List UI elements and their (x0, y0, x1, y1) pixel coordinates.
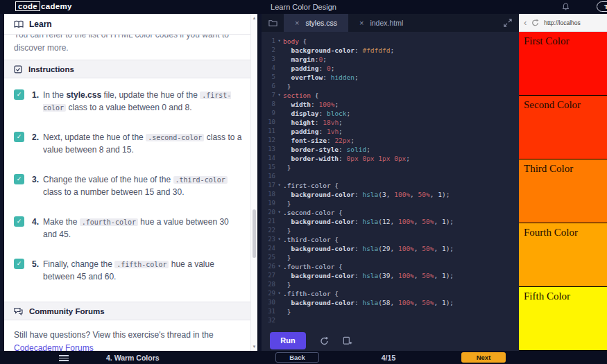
expand-icon[interactable] (504, 19, 512, 27)
fold-gutter (275, 280, 283, 289)
fold-gutter (275, 226, 283, 235)
fold-icon[interactable]: ▾ (275, 37, 283, 46)
run-button[interactable]: Run (270, 332, 306, 349)
file-tree-icon[interactable] (262, 14, 284, 32)
checked-checkbox-icon[interactable]: ✓ (14, 89, 24, 100)
instruction-item: ✓3.Change the value of the hue of the .t… (14, 173, 243, 198)
lesson-title[interactable]: 4. Warm Colors (106, 354, 160, 362)
line-number: 17 (262, 181, 275, 190)
line-number: 5 (262, 73, 275, 82)
fold-gutter (275, 217, 283, 226)
close-icon[interactable]: × (359, 19, 364, 27)
lesson-text-clipped-line: You can refer to the list of HTML color … (14, 35, 248, 42)
copy-icon[interactable] (343, 336, 352, 345)
code-line[interactable]: 8 width: 100%; (262, 100, 519, 109)
scroll-up-icon[interactable]: ▲ (251, 16, 257, 20)
text: Make the (43, 217, 80, 227)
checked-checkbox-icon[interactable]: ✓ (14, 216, 24, 227)
checked-checkbox-icon[interactable]: ✓ (14, 132, 24, 142)
tab-styles-css[interactable]: ×styles.css (284, 14, 348, 32)
instruction-text: In the style.css file, update the hue of… (43, 89, 243, 114)
preview-content: First ColorSecond ColorThird ColorFourth… (519, 32, 607, 351)
code-line[interactable]: 31 } (262, 307, 519, 316)
fold-icon[interactable]: ▾ (275, 262, 283, 271)
code-line[interactable]: 23▾.third-color { (262, 235, 519, 244)
learn-section-header[interactable]: Learn (4, 14, 257, 35)
code-line[interactable]: 24 background-color: hsla(29, 100%, 50%,… (262, 244, 519, 253)
fold-icon[interactable]: ▾ (275, 235, 283, 244)
code-line[interactable]: 3 margin:0; (262, 55, 519, 64)
instructions-header[interactable]: Instructions (4, 60, 257, 78)
code-line[interactable]: 22 } (262, 226, 519, 235)
checkbox-icon (14, 65, 22, 73)
book-icon (14, 20, 24, 28)
code-line[interactable]: 19 } (262, 199, 519, 208)
scroll-down-icon[interactable]: ▼ (251, 345, 257, 349)
preview-color-section: Second Color (519, 96, 607, 159)
code-line[interactable]: 11 padding: 1vh; (262, 127, 519, 136)
code-line[interactable]: 13 border-style: solid; (262, 145, 519, 154)
tab-index-html[interactable]: ×index.html (348, 14, 414, 32)
scrollbar-thumb[interactable] (253, 209, 256, 258)
code-line[interactable]: 17▾.first-color { (262, 181, 519, 190)
scrollbar[interactable]: ▲ ▼ (250, 14, 257, 351)
fold-gutter (275, 244, 283, 253)
bell-icon[interactable] (562, 3, 570, 10)
code-line[interactable]: 25 } (262, 253, 519, 262)
code-line[interactable]: 1▾body { (262, 37, 519, 46)
code-line[interactable]: 18 background-color: hsla(3, 100%, 50%, … (262, 190, 519, 199)
fold-icon[interactable]: ▾ (275, 181, 283, 190)
line-number: 16 (262, 172, 275, 181)
code-line[interactable]: 32 (262, 316, 519, 325)
next-button[interactable]: Next (461, 352, 506, 363)
menu-icon[interactable] (59, 355, 69, 363)
fold-icon[interactable]: ▾ (275, 289, 283, 298)
instruction-text: Change the value of the hue of the .thir… (43, 173, 243, 198)
fold-icon[interactable]: ▾ (275, 91, 283, 100)
code-line[interactable]: 14 border-width: 0px 0px 1px 0px; (262, 154, 519, 163)
forum-text: Still have questions? View this exercise… (14, 330, 214, 340)
text: file, update the hue of the (101, 90, 200, 100)
code-line[interactable]: 5 overflow: hidden; (262, 73, 519, 82)
url-text[interactable]: http://localhos (544, 19, 580, 26)
close-icon[interactable]: × (295, 19, 299, 27)
line-number: 29 (262, 289, 275, 298)
code-line[interactable]: 9 display: block; (262, 109, 519, 118)
community-forums-header[interactable]: Community Forums (4, 302, 257, 320)
fold-gutter (275, 271, 283, 280)
checked-checkbox-icon[interactable]: ✓ (14, 259, 24, 269)
code-line[interactable]: 2 background-color: #fdfdfd; (262, 46, 519, 55)
code-line[interactable]: 6 } (262, 82, 519, 91)
code-line[interactable]: 4 padding: 0; (262, 64, 519, 73)
code-line[interactable]: 28 } (262, 280, 519, 289)
code-line[interactable]: 16 (262, 172, 519, 181)
fold-icon[interactable]: ▾ (275, 208, 283, 217)
fold-gutter (275, 100, 283, 109)
preview-color-section: First Color (519, 32, 607, 96)
code-line[interactable]: 27 background-color: hsla(39, 100%, 50%,… (262, 271, 519, 280)
text: class to a value between 0 and 8. (66, 103, 191, 112)
fold-gutter (275, 73, 283, 82)
refresh-icon[interactable] (531, 19, 539, 26)
editor-tabs: ×styles.css×index.html (284, 14, 414, 32)
line-number: 2 (262, 46, 275, 55)
back-button[interactable]: Back (275, 352, 319, 363)
code-line[interactable]: 20▾.second-color { (262, 208, 519, 217)
code-line[interactable]: 21 background-color: hsla(12, 100%, 50%,… (262, 217, 519, 226)
upgrade-button[interactable]: Tr (597, 1, 607, 12)
reset-icon[interactable] (320, 336, 329, 345)
back-icon[interactable]: ‹ (524, 19, 527, 26)
code-area[interactable]: 1▾body {2 background-color: #fdfdfd;3 ma… (262, 32, 519, 325)
fold-gutter (275, 190, 283, 199)
code-line[interactable]: 30 background-color: hsla(58, 100%, 50%,… (262, 298, 519, 307)
code-line[interactable]: 15 } (262, 163, 519, 172)
code-line[interactable]: 26▾.fourth-color { (262, 262, 519, 271)
code-line[interactable]: 7▾section { (262, 91, 519, 100)
line-number: 11 (262, 127, 275, 136)
inline-code-chip: .fifth-color (114, 261, 169, 268)
checked-checkbox-icon[interactable]: ✓ (14, 174, 24, 184)
code-line[interactable]: 29▾.fifth-color { (262, 289, 519, 298)
code-line[interactable]: 10 height: 18vh; (262, 118, 519, 127)
line-number: 15 (262, 163, 275, 172)
code-line[interactable]: 12 font-size: 22px; (262, 136, 519, 145)
